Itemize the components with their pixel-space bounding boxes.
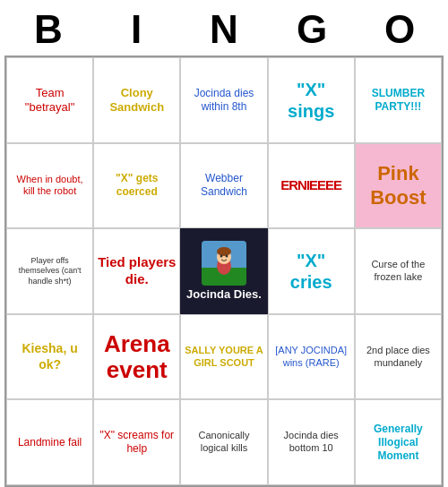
cell-r0c3: "X"sings: [268, 57, 355, 143]
cell-r3c4: 2nd place dies mundanely: [355, 314, 442, 400]
header-b: B: [8, 7, 89, 52]
jocinda-dies-text: Jocinda Dies.: [186, 287, 262, 301]
cell-r0c4: SLUMBER PARTY!!!: [355, 57, 442, 143]
header-n: N: [184, 7, 264, 52]
cell-r2c0: Player offs themselves (can't handle sh*…: [6, 228, 93, 314]
cell-r2c3: "X"cries: [268, 228, 355, 314]
cell-r1c2: Webber Sandwich: [180, 143, 267, 229]
cell-r1c3: ERNIEEEE: [268, 143, 355, 229]
bingo-header: B I N G O: [4, 0, 444, 56]
cell-r1c1: "X" gets coerced: [93, 143, 180, 229]
cell-r2c2: Jocinda Dies.: [180, 228, 267, 314]
cell-r0c1: ClonySandwich: [93, 57, 180, 143]
svg-point-6: [220, 255, 222, 258]
jocinda-avatar: [202, 241, 246, 286]
svg-point-5: [217, 247, 231, 256]
cell-r2c1: Tied players die.: [93, 228, 180, 314]
cell-r0c0: Team"betrayal": [6, 57, 93, 143]
cell-r4c2: Canonically logical kills: [180, 399, 267, 485]
cell-r4c4: Generally Illogical Moment: [355, 399, 442, 485]
cell-r2c4: Curse of the frozen lake: [355, 228, 442, 314]
cell-r3c2: SALLY YOURE A GIRL SCOUT: [180, 314, 267, 400]
bingo-grid: Team"betrayal" ClonySandwich Jocinda die…: [4, 56, 444, 487]
header-g: G: [271, 7, 352, 52]
cell-r3c1: Arena event: [93, 314, 180, 400]
cell-r4c3: Jocinda dies bottom 10: [268, 399, 355, 485]
header-o: O: [359, 7, 440, 52]
cell-r3c0: Kiesha, u ok?: [6, 314, 93, 400]
header-i: I: [96, 7, 177, 52]
cell-r4c0: Landmine fail: [6, 399, 93, 485]
cell-r1c0: When in doubt, kill the robot: [6, 143, 93, 229]
cell-r0c2: Jocinda dies within 8th: [180, 57, 267, 143]
cell-r3c3: [ANY JOCINDA] wins (RARE): [268, 314, 355, 400]
cell-r4c1: "X" screams for help: [93, 399, 180, 485]
cell-r1c4: Pink Boost: [355, 143, 442, 229]
svg-point-7: [225, 255, 228, 258]
